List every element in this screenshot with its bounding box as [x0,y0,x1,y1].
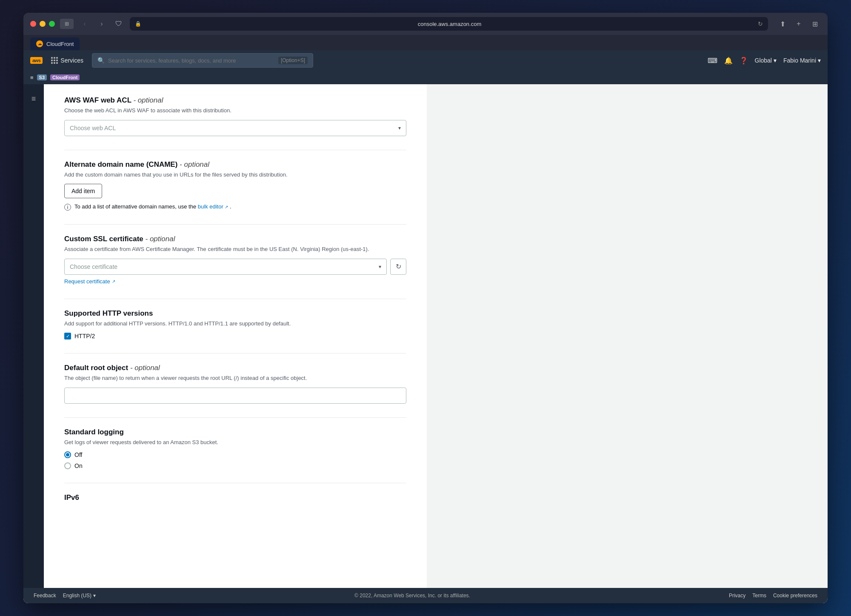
help-button[interactable]: ❓ [740,57,748,65]
ipv6-section: IPv6 [64,493,406,502]
footer-left: Feedback English (US) ▾ [34,593,96,599]
request-cert-external-icon: ↗ [112,279,115,284]
root-object-description: The object (file name) to return when a … [64,374,406,382]
share-button[interactable]: ⬆ [777,18,788,30]
waf-dropdown[interactable]: Choose web ACL ▾ [64,120,406,136]
right-panel [683,84,828,588]
waf-placeholder: Choose web ACL [70,125,398,131]
notifications-button[interactable]: 🔔 [724,57,733,65]
bulk-editor-link[interactable]: bulk editor [198,203,223,210]
http2-checkbox-row[interactable]: ✓ HTTP/2 [64,333,406,339]
search-input[interactable] [108,57,275,64]
cert-refresh-icon: ↻ [396,262,401,271]
tab-title: CloudFront [46,41,74,47]
http-description: Add support for additional HTTP versions… [64,319,406,328]
ssl-title: Custom SSL certificate - optional [64,235,406,243]
minimize-button[interactable] [40,21,46,27]
divider-3 [64,299,406,299]
sidebar: ≡ [23,84,44,588]
divider-6 [64,483,406,483]
footer-copyright: © 2022, Amazon Web Services, Inc. or its… [96,593,729,599]
sidebar-toggle-button[interactable]: ⊞ [60,19,74,29]
certificate-dropdown[interactable]: Choose certificate ▾ [64,259,387,275]
divider-5 [64,417,406,418]
forward-button[interactable]: › [96,18,108,30]
waf-dropdown-arrow: ▾ [398,125,401,131]
search-shortcut: [Option+S] [278,57,308,64]
aws-logo[interactable]: aws [30,57,43,64]
cname-description: Add the custom domain names that you use… [64,171,406,179]
logging-radio-group: Off On [64,451,406,469]
divider-1 [64,150,406,150]
back-button[interactable]: ‹ [79,18,91,30]
cname-title: Alternate domain name (CNAME) - optional [64,160,406,169]
cf-badge: CloudFront [50,74,80,80]
language-label: English (US) [63,593,91,599]
privacy-link[interactable]: Privacy [729,593,745,599]
logging-off-label: Off [74,451,82,458]
tab-favicon: ☁ [36,40,43,47]
content-panel: AWS WAF web ACL - optional Choose the we… [44,84,427,588]
region-dropdown-icon: ▾ [774,57,777,64]
logging-description: Get logs of viewer requests delivered to… [64,438,406,447]
shield-icon: 🛡 [113,18,125,30]
page-content: AWS WAF web ACL - optional Choose the we… [44,84,683,588]
search-bar[interactable]: 🔍 [Option+S] [92,53,313,68]
cert-refresh-button[interactable]: ↻ [390,259,406,275]
user-label: Fabio Marini [783,57,816,64]
new-tab-button[interactable]: + [793,18,805,30]
info-icon: i [64,204,71,211]
http2-checkbox[interactable]: ✓ [64,333,71,339]
cname-info-note: i To add a list of alternative domain na… [64,203,406,211]
address-bar[interactable]: 🔒 console.aws.amazon.com ↻ [130,17,768,31]
logging-off-radio-fill [66,453,69,456]
feedback-link[interactable]: Feedback [34,593,56,599]
maximize-button[interactable] [49,21,55,27]
sidebar-hamburger[interactable]: ≡ [28,91,40,107]
http-section: Supported HTTP versions Add support for … [64,309,406,340]
search-icon: 🔍 [97,57,105,64]
user-dropdown-icon: ▾ [818,57,821,64]
divider-2 [64,224,406,225]
info-text: To add a list of alternative domain name… [74,203,231,210]
root-object-input[interactable] [64,388,406,404]
waf-section: AWS WAF web ACL - optional Choose the we… [64,96,406,136]
grid-icon [51,57,58,64]
close-button[interactable] [30,21,36,27]
region-selector[interactable]: Global ▾ [755,57,777,64]
logging-off-radio[interactable] [64,451,71,458]
services-button[interactable]: Services [48,55,87,66]
services-label: Services [60,57,83,64]
logging-off-option[interactable]: Off [64,451,406,458]
tab-overview-button[interactable]: ⊞ [809,18,821,30]
language-selector[interactable]: English (US) ▾ [63,593,96,599]
cert-row: Choose certificate ▾ ↻ [64,259,406,275]
page-refresh-icon[interactable]: ↻ [758,20,763,27]
root-object-section: Default root object - optional The objec… [64,364,406,404]
cert-placeholder: Choose certificate [70,263,379,270]
ssl-section: Custom SSL certificate - optional Associ… [64,235,406,285]
terminal-button[interactable]: ⌨ [708,57,717,65]
active-tab[interactable]: ☁ CloudFront [30,37,80,50]
cert-dropdown-arrow: ▾ [379,264,381,270]
ipv6-title: IPv6 [64,493,406,502]
hamburger-menu[interactable]: ≡ [30,74,34,81]
footer: Feedback English (US) ▾ © 2022, Amazon W… [23,588,828,603]
divider-4 [64,353,406,354]
logging-on-option[interactable]: On [64,462,406,469]
logging-on-radio[interactable] [64,462,71,469]
http2-label: HTTP/2 [74,333,95,339]
cookie-preferences-link[interactable]: Cookie preferences [773,593,817,599]
waf-description: Choose the web ACL in AWS WAF to associa… [64,106,406,115]
logging-title: Standard logging [64,428,406,436]
add-item-button[interactable]: Add item [64,184,102,198]
breadcrumb-s3[interactable]: S3 [37,74,47,80]
request-certificate-link[interactable]: Request certificate ↗ [64,278,115,285]
footer-right: Privacy Terms Cookie preferences [729,593,817,599]
terms-link[interactable]: Terms [752,593,766,599]
breadcrumb-cloudfront[interactable]: CloudFront [50,74,80,80]
root-object-title: Default root object - optional [64,364,406,372]
waf-title: AWS WAF web ACL - optional [64,96,406,105]
region-label: Global [755,57,772,64]
user-menu[interactable]: Fabio Marini ▾ [783,57,821,64]
